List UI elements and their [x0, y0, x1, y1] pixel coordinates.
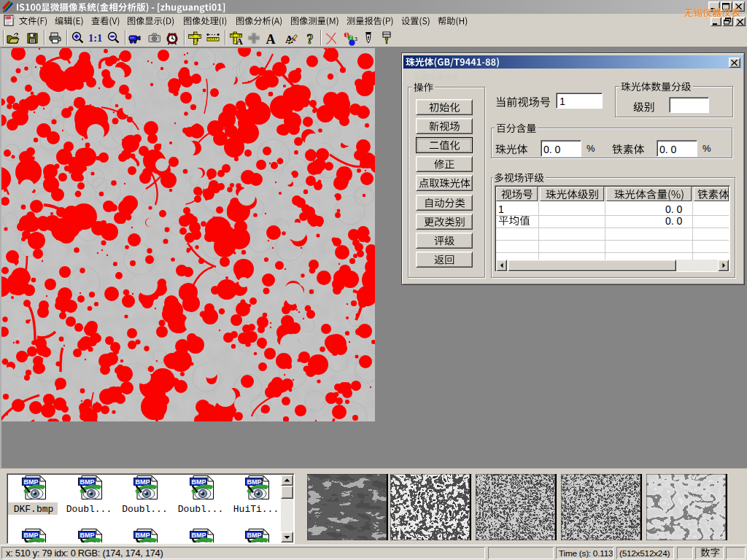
- svg-text:A: A: [266, 32, 276, 47]
- svg-text:3: 3: [355, 36, 357, 42]
- svg-text:1: 1: [346, 32, 349, 37]
- svg-text:A: A: [236, 36, 244, 47]
- svg-text:DOC: DOC: [6, 16, 12, 20]
- svg-text:?: ?: [307, 32, 314, 47]
- svg-text:1:1: 1:1: [88, 32, 102, 44]
